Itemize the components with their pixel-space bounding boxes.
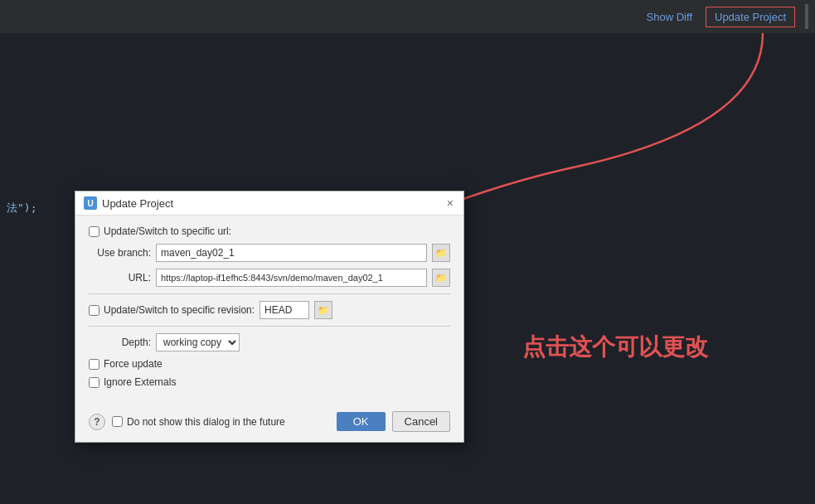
show-diff-button[interactable]: Show Diff: [640, 7, 699, 27]
top-bar: Show Diff Update Project: [0, 0, 815, 33]
update-switch-revision-checkbox[interactable]: [89, 305, 99, 316]
dialog-body: Update/Switch to specific url: Use branc…: [75, 216, 463, 405]
branch-browse-button[interactable]: 📁: [432, 244, 450, 262]
dialog-close-button[interactable]: ×: [445, 196, 455, 210]
annotation-area: 点击这个可以更改: [473, 33, 815, 504]
separator-2: [89, 326, 450, 327]
url-label: URL:: [89, 272, 151, 284]
revision-browse-button[interactable]: 📁: [314, 301, 332, 319]
update-project-button[interactable]: Update Project: [706, 7, 795, 27]
depth-select-wrap: working copy infinity empty files immedi…: [156, 333, 240, 351]
folder-icon-2: 📁: [435, 273, 447, 284]
update-project-dialog: U Update Project × Update/Switch to spec…: [75, 191, 464, 443]
force-update-label[interactable]: Force update: [89, 358, 163, 370]
branch-row: Use branch: 📁: [89, 244, 450, 262]
url-input[interactable]: [156, 269, 427, 287]
update-switch-url-checkbox[interactable]: [89, 226, 99, 237]
drag-handle: [805, 4, 808, 29]
revision-checkbox-row: Update/Switch to specific revision: 📁: [89, 301, 450, 319]
depth-select[interactable]: working copy infinity empty files immedi…: [156, 333, 240, 351]
url-checkbox-row: Update/Switch to specific url:: [89, 225, 450, 237]
dialog-title-bar: U Update Project ×: [75, 191, 463, 216]
depth-row: Depth: working copy infinity empty files…: [89, 333, 450, 351]
ignore-externals-row: Ignore Externals: [89, 376, 450, 388]
dialog-icon-label: U: [87, 199, 93, 208]
revision-input[interactable]: [260, 301, 309, 319]
dialog-footer: ? Do not show this dialog in the future …: [75, 405, 463, 442]
url-browse-button[interactable]: 📁: [432, 269, 450, 287]
future-dialog-label[interactable]: Do not show this dialog in the future: [112, 416, 330, 428]
branch-input[interactable]: [156, 244, 427, 262]
depth-label: Depth:: [89, 337, 151, 348]
ignore-externals-label[interactable]: Ignore Externals: [89, 376, 176, 388]
update-switch-url-label[interactable]: Update/Switch to specific url:: [89, 225, 231, 237]
dialog-icon: U: [84, 196, 97, 210]
dialog-title-text: Update Project: [102, 197, 440, 210]
update-switch-revision-label[interactable]: Update/Switch to specific revision:: [89, 304, 255, 316]
url-row: URL: 📁: [89, 269, 450, 287]
folder-icon-3: 📁: [318, 305, 329, 316]
force-update-row: Force update: [89, 358, 450, 370]
ignore-externals-checkbox[interactable]: [89, 377, 99, 388]
ok-button[interactable]: OK: [337, 412, 386, 431]
help-button[interactable]: ?: [89, 414, 105, 430]
branch-label: Use branch:: [89, 247, 151, 259]
force-update-checkbox[interactable]: [89, 359, 99, 370]
separator-1: [89, 293, 450, 294]
cancel-button[interactable]: Cancel: [392, 411, 450, 432]
annotation-text: 点击这个可以更改: [522, 332, 708, 363]
future-dialog-checkbox[interactable]: [112, 416, 123, 427]
folder-icon: 📁: [435, 248, 447, 259]
